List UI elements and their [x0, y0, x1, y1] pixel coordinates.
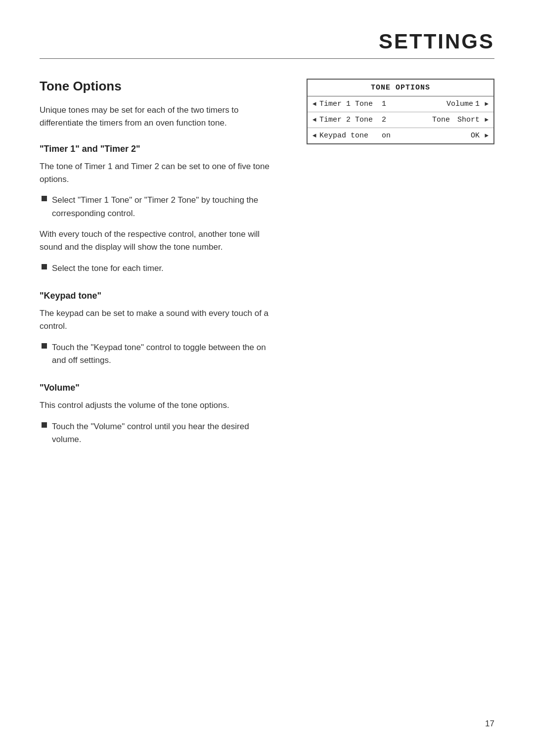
body-text-timer: The tone of Timer 1 and Timer 2 can be s…	[40, 160, 277, 186]
subsection-heading-timer: "Timer 1" and "Timer 2"	[40, 144, 277, 154]
page-number: 17	[485, 719, 494, 729]
bullet-square-icon-volume	[42, 422, 47, 428]
left-arrow-icon-1: ◄	[312, 100, 319, 108]
tone-options-display-title: TONE OPTIONS	[308, 80, 493, 96]
page-title: SETTINGS	[379, 30, 494, 53]
tone-options-row-1[interactable]: ◄ Timer 1 Tone 1 Volume 1 ►	[308, 96, 493, 112]
intro-text: Unique tones may be set for each of the …	[40, 104, 277, 130]
right-column: TONE OPTIONS ◄ Timer 1 Tone 1 Volume 1 ►…	[307, 79, 494, 462]
row-setting-spacer-2	[452, 116, 456, 124]
body-text-keypad: The keypad can be set to make a sound wi…	[40, 307, 277, 333]
subsection-timer: "Timer 1" and "Timer 2" The tone of Time…	[40, 144, 277, 275]
subsection-keypad: "Keypad tone" The keypad can be set to m…	[40, 291, 277, 367]
left-column: Tone Options Unique tones may be set for…	[40, 79, 277, 462]
bullet-square-icon-2	[42, 264, 47, 269]
row-setting-value-3: OK	[471, 132, 480, 140]
tone-options-row-3[interactable]: ◄ Keypad tone on OK ►	[308, 128, 493, 143]
row-setting-value-1: 1	[475, 100, 480, 108]
row-setting-value-2: Short	[457, 116, 480, 124]
bullet-square-icon-keypad	[42, 343, 47, 349]
header-divider	[40, 58, 494, 59]
subsection-volume: "Volume" This control adjusts the volume…	[40, 383, 277, 446]
left-arrow-icon-2: ◄	[312, 116, 319, 124]
bullet-text: Select "Timer 1 Tone" or "Timer 2 Tone" …	[52, 194, 277, 220]
page-header: SETTINGS	[40, 30, 494, 53]
tone-options-row-2[interactable]: ◄ Timer 2 Tone 2 Tone Short ►	[308, 112, 493, 128]
row-label-2: Timer 2 Tone 2	[319, 116, 432, 124]
row-label-3: Keypad tone on	[319, 132, 471, 140]
right-arrow-icon-1: ►	[482, 100, 489, 108]
row-label-1: Timer 1 Tone 1	[319, 100, 446, 108]
bullet-square-icon	[42, 196, 47, 201]
row-setting-label-1: Volume	[446, 100, 473, 108]
tone-options-display: TONE OPTIONS ◄ Timer 1 Tone 1 Volume 1 ►…	[307, 79, 494, 144]
section-heading: Tone Options	[40, 79, 277, 94]
bullet-item: Select "Timer 1 Tone" or "Timer 2 Tone" …	[42, 194, 277, 220]
bullet-item-keypad: Touch the "Keypad tone" control to toggl…	[42, 341, 277, 367]
main-content: Tone Options Unique tones may be set for…	[40, 79, 494, 462]
left-arrow-icon-3: ◄	[312, 132, 319, 139]
subsection-heading-volume: "Volume"	[40, 383, 277, 393]
right-arrow-icon-3: ►	[482, 132, 489, 139]
page-container: SETTINGS Tone Options Unique tones may b…	[0, 0, 534, 756]
row-setting-label-2: Tone	[432, 116, 450, 124]
bullet-text-volume: Touch the "Volume" control until you hea…	[52, 420, 277, 446]
extra-body-text: With every touch of the respective contr…	[40, 228, 277, 254]
bullet-item-volume: Touch the "Volume" control until you hea…	[42, 420, 277, 446]
bullet-text-2: Select the tone for each timer.	[52, 262, 164, 275]
subsection-heading-keypad: "Keypad tone"	[40, 291, 277, 301]
body-text-volume: This control adjusts the volume of the t…	[40, 399, 277, 412]
bullet-item-2: Select the tone for each timer.	[42, 262, 277, 275]
right-arrow-icon-2: ►	[482, 116, 489, 124]
bullet-text-keypad: Touch the "Keypad tone" control to toggl…	[52, 341, 277, 367]
